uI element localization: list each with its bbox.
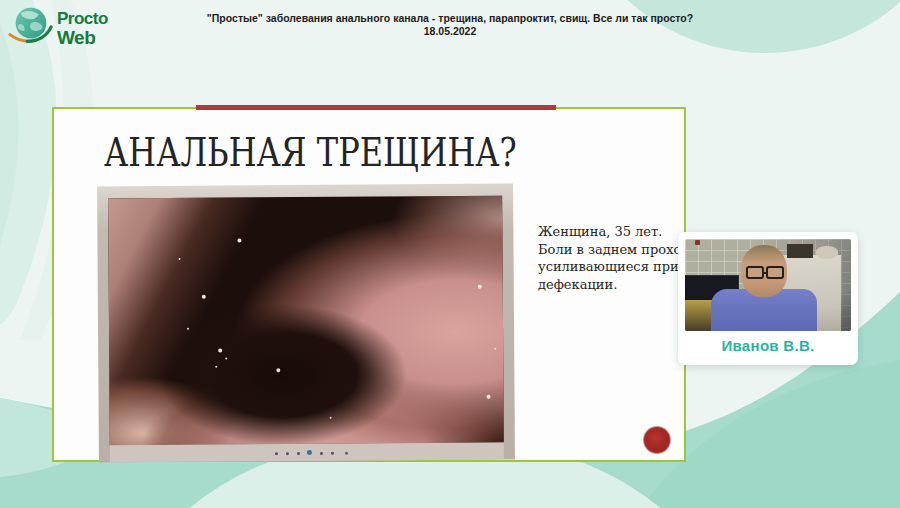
presentation-slide: АНАЛЬНАЯ ТРЕЩИНА? Женщина, 35 лет. Боли … xyxy=(52,107,686,462)
light-reflection-specks xyxy=(179,258,181,260)
presenter-glasses xyxy=(746,267,784,278)
red-seal xyxy=(644,427,670,453)
slide-title: АНАЛЬНАЯ ТРЕЩИНА? xyxy=(104,129,517,175)
endoscopy-image xyxy=(108,196,504,446)
brand-name-line2: Web xyxy=(57,28,108,47)
webinar-title: "Простые" заболевания анального канала -… xyxy=(150,12,750,25)
box-on-fridge xyxy=(787,244,813,258)
webinar-header: "Простые" заболевания анального канала -… xyxy=(150,12,750,38)
webinar-date: 18.05.2022 xyxy=(150,25,750,38)
glasses-lens xyxy=(766,266,784,279)
brand-name-line1: Procto xyxy=(57,10,108,27)
plush-toy xyxy=(816,246,838,259)
glasses-lens xyxy=(746,266,764,279)
photo-toolbar-strip xyxy=(110,443,504,463)
globe-icon xyxy=(8,3,54,49)
presenter-name-label: Иванов В.В. xyxy=(678,337,858,354)
brand-logo-text: Procto Web xyxy=(57,10,108,47)
slide-accent-bar xyxy=(196,105,556,110)
endoscopy-photo xyxy=(97,184,515,463)
webcam-panel: Иванов В.В. xyxy=(678,232,858,365)
recording-indicator-dot xyxy=(695,240,700,245)
photo-toolbar-icons xyxy=(275,452,278,455)
brand-logo: Procto Web xyxy=(8,3,108,49)
webcam-video xyxy=(685,239,851,331)
